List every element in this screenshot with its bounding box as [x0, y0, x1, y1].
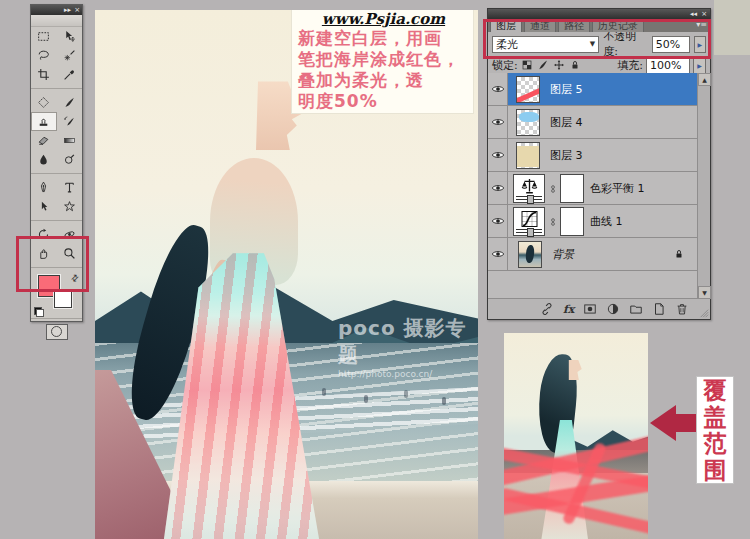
background-color-swatch[interactable] [54, 290, 72, 308]
tool-rectangular-marquee-tool[interactable] [31, 27, 57, 46]
layer-name[interactable]: 图层 4 [550, 115, 583, 130]
layers-panel-bottom-bar: fx [488, 298, 710, 319]
tool-lasso-tool[interactable] [31, 46, 57, 65]
background-patch [714, 0, 750, 55]
scroll-up-icon[interactable]: ▲ [698, 73, 711, 86]
visibility-toggle[interactable] [488, 73, 508, 105]
tool-move-tool[interactable] [57, 27, 83, 46]
layer-mask-thumbnail[interactable] [560, 174, 584, 203]
tool-grid [31, 27, 82, 263]
tool-brush-tool[interactable] [57, 93, 83, 112]
layer-thumbnail[interactable] [516, 109, 540, 136]
coverage-preview-image [504, 333, 648, 539]
visibility-toggle[interactable] [488, 238, 508, 270]
adjustment-slider-icon [516, 196, 542, 200]
layer-row-图层 3[interactable]: 图层 3 [488, 139, 699, 172]
blur-tool-icon [37, 153, 50, 166]
path-selection-tool-icon [37, 200, 50, 213]
layer-thumbnail[interactable] [516, 142, 540, 169]
visibility-toggle[interactable] [488, 139, 508, 171]
lock-lock-icon[interactable] [569, 59, 581, 71]
resize-grip-icon[interactable] [699, 308, 709, 318]
close-icon[interactable]: × [74, 7, 80, 14]
caption-character: 围 [704, 458, 727, 482]
layer-mask-thumbnail[interactable] [560, 207, 584, 236]
tool-history-brush-tool[interactable] [57, 112, 83, 131]
tool-custom-shape-tool[interactable] [57, 197, 83, 216]
layer-row-色彩平衡 1[interactable]: 色彩平衡 1 [488, 172, 699, 205]
move-tool-icon [63, 30, 76, 43]
tool-crop-tool[interactable] [31, 65, 57, 84]
tool-type-tool[interactable] [57, 178, 83, 197]
visibility-toggle[interactable] [488, 106, 508, 138]
fill-spinner-icon[interactable]: ▶ [693, 57, 706, 74]
tutorial-annotation-box: www.Psjia.com 新建空白层，用画笔把海岸涂成红色，叠加为柔光，透明度… [292, 10, 473, 113]
layer-thumbnail[interactable] [516, 76, 540, 103]
tool-path-selection-tool[interactable] [31, 197, 57, 216]
collapse-icon[interactable]: ◂◂ [690, 11, 697, 18]
close-icon[interactable]: × [701, 11, 707, 18]
toolbar-divider [31, 169, 82, 174]
layer-name[interactable]: 图层 3 [550, 148, 583, 163]
default-colors-icon[interactable] [34, 307, 44, 317]
adjustment-layer-thumbnail[interactable] [513, 174, 545, 203]
tool-eyedropper-tool[interactable] [57, 65, 83, 84]
highlight-rect-blend-mode [483, 19, 711, 59]
site-watermark: www.Psjia.com [298, 10, 469, 28]
new-adjustment-layer-button[interactable] [606, 302, 620, 316]
visibility-toggle[interactable] [488, 172, 508, 204]
layer-style-button[interactable]: fx [563, 303, 574, 316]
highlight-rect-foreground-color [16, 236, 89, 292]
tool-dodge-tool[interactable] [57, 150, 83, 169]
healing-brush-tool-icon [37, 96, 50, 109]
lock-checker-icon[interactable] [521, 59, 533, 71]
tool-blur-tool[interactable] [31, 150, 57, 169]
fill-input[interactable]: 100% [646, 57, 690, 74]
visibility-toggle[interactable] [488, 205, 508, 237]
quick-mask-row [31, 318, 82, 344]
tool-clone-stamp-tool[interactable] [31, 112, 57, 131]
tools-palette-titlebar: ▸▸ × [31, 5, 82, 15]
tool-healing-brush-tool[interactable] [31, 93, 57, 112]
layer-row-图层 5[interactable]: 图层 5 [488, 73, 699, 106]
add-layer-mask-button[interactable] [583, 302, 597, 316]
scales-icon [519, 176, 540, 196]
eye-icon [491, 82, 505, 96]
fill-label: 填充: [617, 58, 643, 73]
caption-character: 范 [704, 431, 727, 455]
mask-link-icon [548, 181, 558, 197]
lock-movecross-icon[interactable] [553, 59, 565, 71]
link-layers-button[interactable] [540, 302, 554, 316]
layer-name[interactable]: 背景 [552, 247, 574, 262]
tool-gradient-tool[interactable] [57, 131, 83, 150]
layer-name[interactable]: 图层 5 [550, 82, 583, 97]
quick-mask-button[interactable] [46, 324, 68, 340]
document-canvas[interactable]: poco 摄影专题 http://photo.poco.cn/ www.Psji… [95, 10, 478, 539]
lock-brush-icon[interactable] [537, 59, 549, 71]
poco-watermark-line2: http://photo.poco.cn/ [338, 369, 478, 379]
new-group-button[interactable] [629, 302, 643, 316]
layer-row-图层 4[interactable]: 图层 4 [488, 106, 699, 139]
eye-icon [491, 247, 505, 261]
adjustment-layer-thumbnail[interactable] [513, 207, 545, 236]
collapse-icon[interactable]: ▸▸ [64, 7, 71, 14]
eyedropper-tool-icon [63, 68, 76, 81]
layer-name[interactable]: 色彩平衡 1 [590, 181, 645, 196]
tool-pen-tool[interactable] [31, 178, 57, 197]
annotation-line: 新建空白层，用画 [298, 28, 469, 49]
delete-layer-button[interactable] [675, 302, 689, 316]
toolbar-divider [31, 216, 82, 221]
layer-name[interactable]: 曲线 1 [590, 214, 623, 229]
eye-icon [491, 148, 505, 162]
new-layer-button[interactable] [652, 302, 666, 316]
background-layer-thumbnail[interactable] [518, 241, 542, 268]
layers-scrollbar[interactable]: ▲ ▼ [697, 73, 710, 299]
curves-icon [519, 209, 540, 229]
tool-magic-wand-tool[interactable] [57, 46, 83, 65]
poco-watermark-line1: poco 摄影专题 [338, 315, 478, 369]
layers-panel-titlebar: ◂◂ × [488, 9, 710, 19]
layer-row-曲线 1[interactable]: 曲线 1 [488, 205, 699, 238]
tool-eraser-tool[interactable] [31, 131, 57, 150]
lock-icon [673, 248, 685, 260]
layer-row-背景[interactable]: 背景 [488, 238, 699, 271]
